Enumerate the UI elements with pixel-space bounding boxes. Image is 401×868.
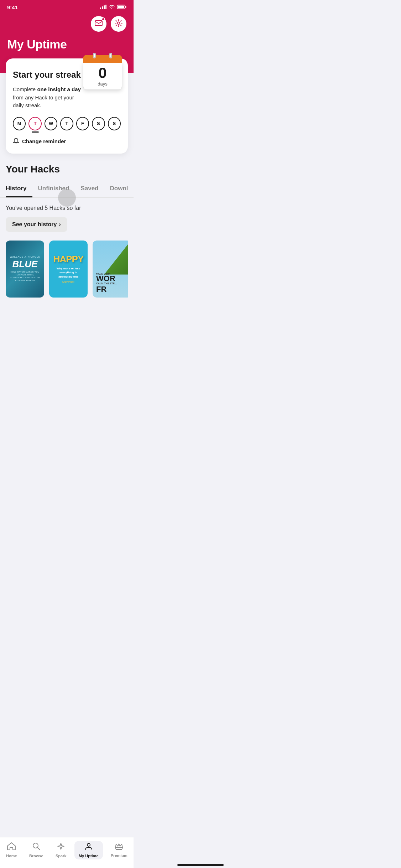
main-content: Start your streak 0 days Complete one in… [0, 58, 134, 175]
page-title: My Uptime [7, 37, 126, 51]
svg-rect-3 [105, 5, 106, 9]
streak-bold-text: one insight a day [37, 86, 81, 92]
book-third-fr: FR [96, 285, 117, 294]
svg-point-9 [16, 138, 16, 139]
book-card-third[interactable]: TRAIN YOUR WOR CALM THE STR... FR [93, 241, 128, 298]
svg-rect-5 [118, 6, 124, 9]
bell-icon [13, 138, 19, 145]
settings-icon [115, 19, 123, 29]
day-tuesday: T [28, 117, 41, 130]
svg-rect-2 [104, 5, 105, 9]
scroll-thumb [58, 189, 76, 207]
mail-button[interactable] [91, 16, 106, 32]
svg-rect-6 [125, 6, 126, 8]
book-blue-subtitle: HOW WATER MAKES YOU HAPPIER, MORE CONNEC… [9, 271, 41, 282]
svg-rect-1 [102, 6, 103, 9]
calendar-widget: 0 days [83, 55, 122, 91]
book-third-calm: CALM THE STR... [96, 282, 117, 285]
book-blue-title: BLUE [12, 259, 38, 269]
settings-button[interactable] [111, 16, 126, 32]
signal-icon [100, 4, 106, 10]
book-third-palm-decoration [104, 241, 128, 275]
book-blue-author: WALLACE J. NICHOLS [10, 255, 40, 258]
streak-card: Start your streak 0 days Complete one in… [6, 58, 128, 154]
streak-title: Start your streak [13, 70, 81, 80]
hacks-content: You've opened 5 Hacks so far See your hi… [0, 198, 134, 305]
wifi-icon [109, 4, 115, 10]
tab-downloaded[interactable]: Downloaded [104, 181, 128, 197]
see-history-arrow: › [59, 221, 61, 228]
hacks-section-title: Your Hacks [6, 164, 128, 175]
see-history-label: See your history [12, 221, 57, 228]
mail-icon [95, 20, 103, 27]
streak-card-top: Start your streak 0 days [13, 67, 121, 86]
streak-description: Complete one insight a day from any Hack… [13, 86, 84, 110]
days-label: days [98, 81, 107, 87]
calendar-ring-right [109, 53, 112, 58]
calendar-ring-left [93, 53, 96, 58]
header-actions [7, 16, 126, 32]
svg-point-8 [118, 22, 120, 25]
book-card-blue[interactable]: WALLACE J. NICHOLS BLUE HOW WATER MAKES … [6, 241, 44, 298]
calendar-top [83, 55, 122, 63]
book-happy-author: DERREN [62, 280, 74, 283]
day-friday: F [76, 117, 89, 130]
day-thursday: T [60, 117, 73, 130]
status-bar: 9:41 [0, 0, 134, 13]
day-sunday: S [108, 117, 121, 130]
status-icons [100, 4, 126, 10]
books-row: WALLACE J. NICHOLS BLUE HOW WATER MAKES … [6, 241, 128, 298]
status-time: 9:41 [7, 4, 18, 10]
book-happy-desc: Why more or less everything is absolutel… [53, 267, 84, 279]
days-row: M T W T F S S [13, 117, 121, 130]
book-third-big: WOR [96, 275, 117, 282]
svg-rect-0 [100, 7, 101, 9]
change-reminder-button[interactable]: Change reminder [13, 138, 121, 145]
change-reminder-label: Change reminder [22, 138, 66, 144]
book-card-happy[interactable]: HAPPY Why more or less everything is abs… [49, 241, 88, 298]
see-history-button[interactable]: See your history › [6, 217, 67, 232]
day-saturday: S [92, 117, 105, 130]
calendar-body: 0 days [83, 63, 122, 90]
battery-icon [117, 4, 126, 10]
book-happy-title: HAPPY [53, 254, 84, 264]
day-wednesday: W [45, 117, 57, 130]
tab-history[interactable]: History [6, 181, 32, 197]
notification-dot [101, 17, 105, 21]
tab-saved[interactable]: Saved [75, 181, 104, 197]
streak-count: 0 [98, 66, 106, 81]
day-monday: M [13, 117, 26, 130]
